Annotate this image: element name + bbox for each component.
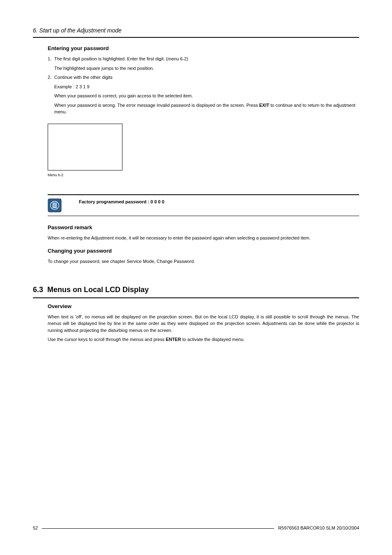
changing-password-text: To change your password, see chapter Ser… [48,258,359,265]
main-content: Entering your password 1.The first digit… [48,45,359,265]
chapter-header: 6. Start up of the Adjustment mode [33,27,359,34]
exit-key-label: EXIT [259,103,269,108]
factory-password-note: Factory programmed password : 0 0 0 0 [48,194,359,216]
footer-rule [42,528,274,529]
step-text: The first digit position is highlighted.… [54,56,188,61]
footer-line: 52 R5976563 BARCOR10 SLM 20/10/2004 [33,525,359,530]
section-6-3-title: 6.3 Menus on Local LCD Display [33,286,359,294]
note-icon [48,198,62,212]
svg-rect-2 [53,203,57,208]
heading-password-remark: Password remark [48,224,359,230]
password-correct-text: When your password is correct, you gain … [54,92,359,99]
heading-changing-password: Changing your password [48,248,359,254]
overview-paragraph-2: Use the cursor keys to scroll through th… [48,336,359,343]
header-rule [33,37,359,38]
section-number: 6.3 [33,286,43,294]
heading-entering-password: Entering your password [48,45,359,51]
step-subtext: The highlighted square jumps to the next… [54,65,359,72]
text-fragment: to activate the displayed menu. [181,337,245,342]
enter-key-label: ENTER [166,337,181,342]
step-text: Continue with the other digits [54,75,113,80]
page-number: 52 [33,525,38,530]
page-footer: 52 R5976563 BARCOR10 SLM 20/10/2004 [33,525,359,530]
text-fragment: When your password is wrong. The error m… [54,103,259,108]
overview-paragraph-1: When text is 'off', no menus will be dis… [48,313,359,334]
note-inner: Factory programmed password : 0 0 0 0 [48,195,359,216]
page: 6. Start up of the Adjustment mode Enter… [0,0,392,555]
figure-caption: Menu 6-2 [48,173,359,177]
section-rule [33,297,359,298]
document-id: R5976563 BARCOR10 SLM 20/10/2004 [278,525,359,530]
note-rule-bottom [48,216,359,216]
step-number: 1. [48,55,54,62]
step-1: 1.The first digit position is highlighte… [48,55,359,71]
password-wrong-text: When your password is wrong. The error m… [54,102,359,115]
note-text: Factory programmed password : 0 0 0 0 [79,198,164,204]
password-steps: 1.The first digit position is highlighte… [48,55,359,115]
section-6-3-content: Overview When text is 'off', no menus wi… [48,303,359,343]
menu-6-2-figure [48,124,122,170]
step-2: 2.Continue with the other digits Example… [48,74,359,115]
step-number: 2. [48,74,54,81]
example-text: Example : 2 3 1 9 [54,83,359,90]
text-fragment: Use the cursor keys to scroll through th… [48,337,166,342]
section-name: Menus on Local LCD Display [47,286,149,294]
heading-overview: Overview [48,303,359,309]
password-remark-text: When re-entering the Adjustment mode, it… [48,235,359,242]
